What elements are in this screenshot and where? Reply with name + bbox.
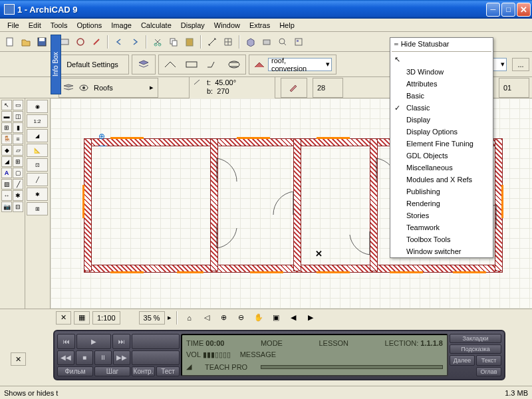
eye-icon[interactable] <box>79 84 88 91</box>
geom-btn-4[interactable] <box>227 57 241 72</box>
layout-button[interactable] <box>291 35 306 49</box>
section-button[interactable] <box>259 35 274 49</box>
nav-zoomout[interactable]: ⊖ <box>234 311 249 325</box>
media-next[interactable]: ▶▶ <box>113 350 130 366</box>
scale-button[interactable]: 1:100 <box>92 311 120 325</box>
grid-button[interactable] <box>221 35 235 49</box>
dropdown-item-rendering[interactable]: Rendering <box>390 198 493 209</box>
dropdown-item-publishing[interactable]: Publishing <box>390 186 493 198</box>
num-panel[interactable]: 28 <box>313 78 343 98</box>
tool2-2[interactable]: 1:2 <box>27 114 48 128</box>
media-extra1[interactable] <box>132 334 180 349</box>
nav-btn-2[interactable]: ▦ <box>74 311 90 325</box>
nav-btn-1[interactable]: ✕ <box>56 311 71 325</box>
dropdown-item-eft[interactable]: Element Fine Tuning <box>390 138 493 150</box>
nav-home[interactable]: ⌂ <box>182 311 197 325</box>
menu-window[interactable]: Window <box>209 20 245 31</box>
side-bookmarks[interactable]: Закладки <box>450 334 501 343</box>
copy-button[interactable] <box>166 35 181 49</box>
tab-kontr[interactable]: Контр. <box>132 366 155 376</box>
media-rewind[interactable]: ⏮ <box>57 334 75 349</box>
tab-film[interactable]: Фильм <box>57 366 93 376</box>
column-tool[interactable]: ▮ <box>13 122 23 133</box>
media-pause[interactable]: ⏸ <box>94 350 112 366</box>
tool2-3[interactable]: ◢ <box>27 129 48 142</box>
spot-tool[interactable]: ✱ <box>13 190 23 201</box>
tool2-1[interactable]: ◉ <box>27 100 48 113</box>
side-text[interactable]: Текст <box>476 355 501 366</box>
menu-options[interactable]: Options <box>72 20 106 31</box>
maximize-button[interactable]: □ <box>501 3 515 17</box>
dropdown-item-misc[interactable]: Miscellaneous <box>390 162 493 174</box>
side-next[interactable]: Далее <box>450 355 475 366</box>
b-value[interactable]: 270 <box>217 87 229 95</box>
nav-back[interactable]: ◀ <box>286 311 301 325</box>
dropdown-item-toolboxtools[interactable]: Toolbox Tools <box>390 233 493 245</box>
dropdown-item-basic[interactable]: Basic <box>390 90 493 102</box>
undo-button[interactable] <box>112 35 126 49</box>
text-tool[interactable]: A <box>1 168 12 178</box>
dim-tool[interactable]: ↔ <box>1 190 12 201</box>
object-tool[interactable]: 🪑 <box>1 134 12 144</box>
tool2-8[interactable]: ⊞ <box>27 202 48 215</box>
menu-help[interactable]: Help <box>275 20 299 31</box>
marquee-tool[interactable]: ▭ <box>13 100 23 110</box>
media-play[interactable]: ▶ <box>76 334 111 349</box>
menu-image[interactable]: Image <box>106 20 136 31</box>
line-tool[interactable]: ╱ <box>13 179 23 190</box>
geom-btn-1[interactable] <box>163 57 178 72</box>
lamp-tool[interactable]: ◆ <box>1 145 12 156</box>
dropdown-hide-statusbar[interactable]: ═Hide Statusbar <box>390 38 493 50</box>
default-settings-panel[interactable]: Default Settings <box>56 55 129 74</box>
more-button[interactable]: ... <box>512 58 529 71</box>
stair-tool[interactable]: ≡ <box>13 134 23 144</box>
menu-edit[interactable]: Edit <box>24 20 46 31</box>
geom-btn-3[interactable] <box>205 57 220 72</box>
angle-value[interactable]: 45.00° <box>215 78 236 86</box>
dropdown-item-teamwork[interactable]: Teamwork <box>390 221 493 233</box>
view3d-button[interactable] <box>243 35 258 49</box>
zoom-button[interactable]: 35 % <box>139 311 165 325</box>
menu-display[interactable]: Display <box>176 20 209 31</box>
dropdown-item-modules[interactable]: Modules and X Refs <box>390 174 493 186</box>
wall-tool[interactable]: ▬ <box>1 111 12 122</box>
paste-button[interactable] <box>182 35 197 49</box>
cut-button[interactable] <box>150 35 165 49</box>
tool2-4[interactable]: 📐 <box>27 144 48 157</box>
menu-tools[interactable]: Tools <box>46 20 72 31</box>
door-tool[interactable]: ◫ <box>13 111 23 122</box>
dropdown-item-display[interactable]: Display <box>390 114 493 126</box>
menu-file[interactable]: File <box>3 20 24 31</box>
media-ffwd[interactable]: ⏭ <box>112 334 130 349</box>
dropdown-cursor-item[interactable]: ↖ <box>390 53 493 66</box>
roof-tool[interactable]: ◢ <box>1 156 12 167</box>
dropdown-item-stories[interactable]: Stories <box>390 209 493 221</box>
nav-zoomin[interactable]: ⊕ <box>217 311 231 325</box>
origin-button[interactable]: ✕ <box>11 352 26 366</box>
num2-panel[interactable]: 01 <box>499 78 529 98</box>
new-button[interactable] <box>3 35 17 49</box>
dropdown-item-classic[interactable]: Classic <box>390 102 493 114</box>
window-tool[interactable]: ⊞ <box>1 122 12 133</box>
mesh-tool[interactable]: ⊞ <box>13 156 23 167</box>
dropdown-item-3dwindow[interactable]: 3D Window <box>390 66 493 78</box>
infobox-tab[interactable]: Info Box <box>51 35 61 94</box>
dropdown-item-gdl[interactable]: GDL Objects <box>390 150 493 162</box>
open-button[interactable] <box>19 35 33 49</box>
save-button[interactable] <box>35 35 49 49</box>
layer-icon-button[interactable] <box>132 55 156 74</box>
minimize-button[interactable]: ─ <box>486 3 500 17</box>
side-hint[interactable]: Подсказка <box>450 344 501 354</box>
nav-fit[interactable]: ▣ <box>269 311 283 325</box>
tool2-6[interactable]: ╱ <box>27 173 48 186</box>
media-stop[interactable]: ■ <box>76 350 93 366</box>
dropdown-item-attributes[interactable]: Attributes <box>390 78 493 90</box>
tool-icon2[interactable] <box>89 35 104 49</box>
dropdown-item-displayoptions[interactable]: Display Options <box>390 126 493 138</box>
dropdown-item-windowswitcher[interactable]: Window switcher <box>390 245 493 257</box>
arrow-tool[interactable]: ↖ <box>1 100 12 110</box>
camera-tool[interactable]: 📷 <box>1 201 12 212</box>
tool2-7[interactable]: ✱ <box>27 188 48 201</box>
nav-pan[interactable]: ✋ <box>251 311 266 325</box>
menu-extras[interactable]: Extras <box>245 20 275 31</box>
